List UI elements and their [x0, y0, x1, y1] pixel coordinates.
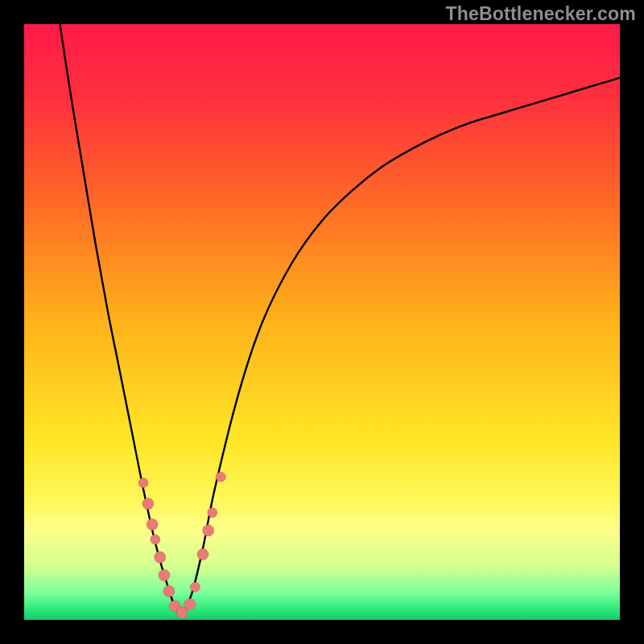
data-marker [216, 472, 225, 481]
data-marker [184, 599, 196, 610]
data-marker [208, 508, 217, 518]
gradient-background [24, 24, 620, 620]
data-marker [151, 535, 160, 544]
data-marker [163, 585, 175, 597]
data-marker [190, 582, 200, 592]
data-marker [147, 519, 158, 530]
watermark-text: TheBottlenecker.com [446, 3, 636, 25]
data-marker [203, 525, 214, 536]
plot-area [24, 24, 620, 620]
data-marker [142, 498, 154, 510]
data-marker [155, 551, 166, 563]
data-marker [138, 478, 148, 488]
chart-svg [24, 24, 620, 620]
outer-frame: TheBottlenecker.com [0, 0, 644, 644]
data-marker [197, 549, 208, 560]
data-marker [159, 570, 170, 581]
